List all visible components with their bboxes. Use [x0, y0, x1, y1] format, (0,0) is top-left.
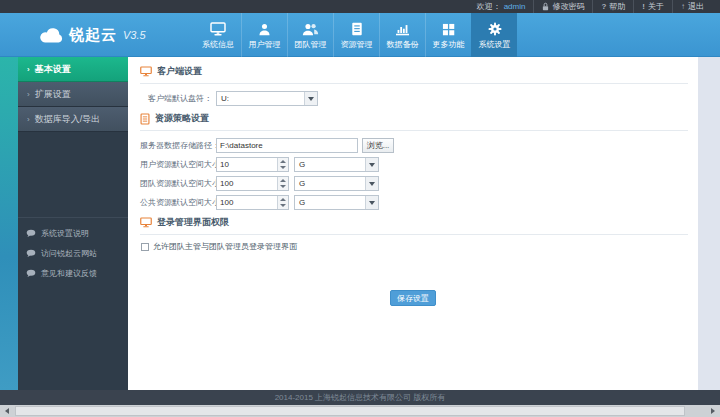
nav-label: 系统信息: [202, 39, 234, 50]
help-link[interactable]: ? 帮助: [592, 0, 633, 13]
nav-label: 系统设置: [479, 39, 511, 50]
public-quota-unit-select[interactable]: G: [294, 195, 379, 210]
form-row-default-drive: 客户端默认盘符： U:: [140, 91, 698, 106]
nav-item-more-features[interactable]: 更多功能: [425, 13, 471, 57]
logout-link[interactable]: ↑ 退出: [672, 0, 712, 13]
section-title: 客户端设置: [157, 65, 202, 78]
left-background-strip: [0, 57, 18, 390]
default-drive-select[interactable]: U:: [216, 91, 318, 106]
scroll-left-arrow-icon[interactable]: [0, 405, 14, 417]
user-icon: [258, 21, 271, 36]
sidebar-link-settings-help[interactable]: 系统设置说明: [18, 223, 128, 243]
unit-value: G: [295, 158, 365, 171]
sidebar-item-basic-settings[interactable]: › 基本设置: [18, 57, 128, 82]
chevron-down-icon[interactable]: [365, 177, 378, 190]
logout-arrow-icon: ↑: [681, 2, 685, 11]
chevron-down-icon[interactable]: [365, 158, 378, 171]
save-row: 保存设置: [128, 290, 698, 306]
default-drive-value: U:: [217, 92, 304, 105]
form-row-user-quota: 用户资源默认空间大小： G: [140, 157, 698, 172]
scroll-right-arrow-icon[interactable]: [706, 405, 720, 417]
sidebar-link-feedback[interactable]: 意见和建议反馈: [18, 263, 128, 283]
chevron-right-icon: ›: [27, 115, 30, 124]
nav-item-user-management[interactable]: 用户管理: [241, 13, 287, 57]
main-content: 客户端设置 客户端默认盘符： U: 资源策略设置 服务器数据存储路径： 浏览..…: [128, 57, 698, 390]
change-password-link[interactable]: 修改密码: [533, 0, 592, 13]
username[interactable]: admin: [504, 2, 526, 11]
app-logo: 锐起云 V3.5: [38, 13, 146, 57]
sidebar-item-label: 扩展设置: [35, 88, 71, 101]
exclamation-icon: !: [642, 2, 645, 11]
spinner: [277, 158, 288, 171]
nav-label: 更多功能: [433, 39, 465, 50]
allow-team-admin-login-label: 允许团队主管与团队管理员登录管理界面: [153, 241, 297, 252]
cloud-icon: [38, 28, 63, 43]
spinner: [277, 196, 288, 209]
about-label: 关于: [648, 1, 664, 12]
nav-item-system-info[interactable]: 系统信息: [195, 13, 241, 57]
nav-item-data-backup[interactable]: 数据备份: [379, 13, 425, 57]
nav-label: 数据备份: [387, 39, 419, 50]
save-settings-button[interactable]: 保存设置: [390, 290, 436, 306]
sidebar-link-visit-website[interactable]: 访问锐起云网站: [18, 243, 128, 263]
change-password-label: 修改密码: [552, 1, 584, 12]
welcome-text: 欢迎： admin: [469, 0, 534, 13]
horizontal-scrollbar[interactable]: [0, 405, 720, 417]
welcome-label: 欢迎：: [477, 1, 501, 12]
scrollbar-thumb[interactable]: [15, 406, 685, 416]
help-label: 帮助: [609, 1, 625, 12]
public-quota-stepper: [216, 195, 289, 210]
chevron-down-icon[interactable]: [304, 92, 317, 105]
storage-path-label: 服务器数据存储路径：: [140, 140, 212, 151]
speech-bubble-icon: [26, 269, 36, 278]
sidebar-item-extended-settings[interactable]: › 扩展设置: [18, 82, 128, 107]
user-quota-label: 用户资源默认空间大小：: [140, 159, 212, 170]
team-quota-label: 团队资源默认空间大小：: [140, 178, 212, 189]
about-link[interactable]: ! 关于: [633, 0, 672, 13]
sidebar-help-links: 系统设置说明 访问锐起云网站 意见和建议反馈: [18, 217, 128, 283]
gear-icon: [488, 21, 502, 36]
team-quota-unit-select[interactable]: G: [294, 176, 379, 191]
footer: 2014-2015 上海锐起信息技术有限公司 版权所有: [0, 390, 720, 405]
team-quota-stepper: [216, 176, 289, 191]
spinner-down-icon[interactable]: [278, 184, 288, 191]
unit-value: G: [295, 177, 365, 190]
chevron-down-icon[interactable]: [365, 196, 378, 209]
allow-team-admin-login-row: 允许团队主管与团队管理员登录管理界面: [141, 241, 698, 252]
nav-item-system-settings[interactable]: 系统设置: [471, 13, 517, 57]
brand-name: 锐起云: [69, 26, 117, 45]
section-resource-policy: 资源策略设置: [140, 112, 688, 131]
sidebar-link-label: 系统设置说明: [41, 228, 89, 239]
chevron-right-icon: ›: [27, 90, 30, 99]
sidebar: › 基本设置 › 扩展设置 › 数据库导入/导出 系统设置说明 访问锐起云网站 …: [18, 57, 128, 390]
default-drive-label: 客户端默认盘符：: [140, 93, 212, 104]
app-header: 锐起云 V3.5 系统信息 用户管理 团队管理 资源管理: [0, 13, 720, 57]
nav-label: 团队管理: [295, 39, 327, 50]
team-quota-input[interactable]: [217, 177, 277, 190]
spinner-down-icon[interactable]: [278, 203, 288, 210]
chart-icon: [395, 21, 410, 36]
form-row-public-quota: 公共资源默认空间大小： G: [140, 195, 698, 210]
allow-team-admin-login-checkbox[interactable]: [141, 243, 149, 251]
topbar: 欢迎： admin 修改密码 ? 帮助 ! 关于 ↑ 退出: [0, 0, 720, 13]
spinner-down-icon[interactable]: [278, 165, 288, 172]
brand-version: V3.5: [123, 29, 146, 41]
section-login-permission: 登录管理界面权限: [140, 216, 688, 235]
nav-label: 资源管理: [341, 39, 373, 50]
form-row-team-quota: 团队资源默认空间大小： G: [140, 176, 698, 191]
form-row-storage-path: 服务器数据存储路径： 浏览...: [140, 138, 698, 153]
public-quota-input[interactable]: [217, 196, 277, 209]
browse-button[interactable]: 浏览...: [362, 138, 394, 153]
document-icon: [140, 113, 150, 125]
sidebar-item-db-import-export[interactable]: › 数据库导入/导出: [18, 107, 128, 132]
user-quota-unit-select[interactable]: G: [294, 157, 379, 172]
storage-path-input[interactable]: [216, 138, 358, 153]
user-quota-stepper: [216, 157, 289, 172]
nav-item-team-management[interactable]: 团队管理: [287, 13, 333, 57]
speech-bubble-icon: [26, 229, 36, 238]
nav-item-resource-management[interactable]: 资源管理: [333, 13, 379, 57]
section-title: 资源策略设置: [155, 112, 209, 125]
user-quota-input[interactable]: [217, 158, 277, 171]
unit-value: G: [295, 196, 365, 209]
sidebar-item-label: 数据库导入/导出: [35, 113, 101, 126]
